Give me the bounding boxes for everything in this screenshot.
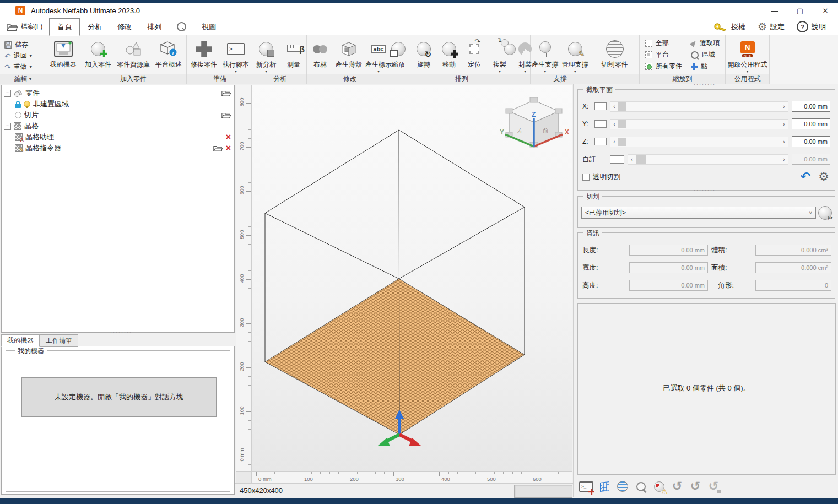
create-label-dropdown[interactable]: ▾ [377, 69, 380, 73]
tree-item-lattice-assistant[interactable]: A 晶格助理 × [2, 132, 234, 143]
panel-splitter-handle[interactable]: ········ [694, 82, 716, 87]
run-script-dropdown[interactable]: ▾ [235, 69, 237, 73]
tab-analysis[interactable]: 分析 [80, 18, 110, 35]
clip-x-value[interactable]: 0.00 mm [792, 101, 830, 112]
new-analysis-button[interactable]: 新分析 ▾ [253, 37, 279, 74]
clip-x-checkbox[interactable] [594, 102, 607, 110]
rotate-button[interactable]: ↻ 旋轉 [412, 37, 436, 70]
boolean-button[interactable]: 布林 [307, 37, 333, 70]
undo-dropdown-arrow[interactable]: ▾ [30, 54, 32, 58]
measure-button[interactable]: β 測量 [280, 37, 307, 70]
zoom-platform-button[interactable]: 平台 [645, 50, 682, 59]
slider-thumb[interactable] [618, 138, 626, 146]
cut-tool-button[interactable]: ✂ [818, 206, 832, 221]
slider-right-arrow[interactable]: › [780, 120, 788, 129]
manage-supports-dropdown[interactable]: ▾ [574, 69, 576, 73]
duplicate-dropdown[interactable]: ▾ [499, 69, 501, 73]
repair-part-button[interactable]: 修復零件 [188, 37, 219, 70]
clipping-settings-gear-icon[interactable]: ⚙ [818, 171, 829, 183]
slider-thumb[interactable] [618, 102, 626, 111]
inspect-button[interactable] [634, 479, 648, 494]
clip-y-checkbox[interactable] [594, 120, 607, 128]
slider-left-arrow[interactable]: ‹ [610, 102, 618, 111]
clip-custom-checkbox[interactable] [610, 155, 624, 164]
clip-z-checkbox[interactable] [594, 138, 607, 145]
clip-custom-slider[interactable]: ‹ › [628, 154, 788, 165]
slider-thumb[interactable] [636, 155, 646, 164]
slider-left-arrow[interactable]: ‹ [610, 137, 618, 147]
lattice-view-button[interactable] [597, 479, 612, 494]
clip-z-slider[interactable]: ‹ › [610, 137, 788, 147]
tree-item-slices[interactable]: 切片 [2, 110, 234, 121]
redo-button[interactable]: ↷ 重做 ▾ [1, 62, 35, 73]
clip-y-slider[interactable]: ‹ › [610, 119, 788, 129]
duplicate-button[interactable]: ↴ 複製 ▾ [488, 37, 512, 74]
delete-icon[interactable]: × [226, 144, 231, 152]
slider-thumb[interactable] [618, 120, 626, 128]
panel-splitter-handle[interactable]: ········ [694, 187, 716, 193]
my-machines-button[interactable]: 我的機器 [48, 37, 79, 70]
slider-right-arrow[interactable]: › [780, 137, 788, 147]
slice-view-button[interactable] [615, 479, 630, 494]
tab-view[interactable]: 視圖 [194, 18, 224, 35]
create-shell-button[interactable]: 產生薄殼 [334, 37, 363, 70]
search-button[interactable] [169, 18, 194, 35]
tree-item-parts[interactable]: − 零件 [2, 88, 234, 99]
zoom-selection-button[interactable]: 選取項 [691, 39, 720, 48]
transparent-cut-checkbox[interactable] [582, 174, 590, 181]
zoom-all-parts-button[interactable]: 所有零件 [645, 62, 682, 71]
add-part-button[interactable]: 加入零件 [83, 37, 113, 70]
maximize-button[interactable]: ▢ [787, 3, 813, 18]
tab-my-machines[interactable]: 我的機器 [1, 334, 40, 347]
slider-right-arrow[interactable]: › [780, 102, 788, 111]
part-library-button[interactable]: 零件資源庫 [115, 37, 152, 70]
check-errors-button[interactable]: ⚠ [652, 479, 666, 494]
script-console-button[interactable]: >_ [579, 479, 593, 494]
tree-item-lattice[interactable]: − 晶格 [2, 121, 234, 132]
new-analysis-dropdown[interactable]: ▾ [265, 69, 267, 73]
cut-dropdown[interactable]: <已停用切割> ˅ [581, 207, 816, 219]
open-my-machines-button[interactable]: 未設定機器。開啟「我的機器」對話方塊 [21, 377, 217, 417]
history-save-button[interactable]: ↺ [706, 479, 721, 494]
build-platform-grid[interactable] [265, 279, 525, 435]
clip-x-slider[interactable]: ‹ › [610, 101, 788, 112]
redo-dropdown-arrow[interactable]: ▾ [30, 65, 32, 69]
tree-item-no-build-zone[interactable]: 非建置區域 [2, 99, 234, 110]
open-folder-icon[interactable] [213, 145, 223, 151]
undo-button[interactable]: ↶ 退回 ▾ [1, 51, 35, 62]
history-forward-button[interactable]: ↺ [688, 479, 702, 494]
generate-supports-button[interactable]: 產生支撐 ▾ [531, 37, 560, 74]
clip-z-value[interactable]: 0.00 mm [792, 136, 830, 147]
open-folder-icon[interactable] [221, 90, 231, 96]
view-cube[interactable]: Y X Z 左 前 [500, 97, 569, 147]
zoom-all-button[interactable]: 全部 [645, 39, 682, 48]
file-menu[interactable]: 檔案(F) [0, 18, 49, 35]
clip-y-value[interactable]: 0.00 mm [792, 118, 830, 129]
zoom-region-button[interactable]: 區域 [691, 50, 720, 59]
tab-home[interactable]: 首頁 [49, 18, 80, 36]
zoom-point-button[interactable]: 點 [691, 62, 720, 71]
run-script-button[interactable]: >_ 執行腳本 ▾ [220, 37, 251, 74]
delete-icon[interactable]: × [226, 133, 231, 141]
pack-dropdown[interactable]: ▾ [524, 69, 526, 73]
generate-supports-dropdown[interactable]: ▾ [544, 69, 546, 73]
tab-worklist[interactable]: 工作清單 [40, 334, 78, 347]
open-folder-icon[interactable] [221, 112, 231, 118]
platform-overview-button[interactable]: i 平台概述 [153, 37, 184, 70]
save-button[interactable]: 儲存 [1, 40, 31, 51]
open-utilities-dropdown[interactable]: ▾ [746, 69, 748, 73]
panel-splitter-handle[interactable]: ········ [110, 329, 132, 335]
collapse-icon[interactable]: − [4, 123, 11, 130]
slider-left-arrow[interactable]: ‹ [628, 155, 636, 164]
close-button[interactable]: ✕ [813, 3, 838, 18]
history-back-button[interactable]: ↺ [670, 479, 684, 494]
open-utilities-button[interactable]: N NFB 開啟公用程式 ▾ [726, 37, 769, 74]
move-button[interactable]: 移動 [437, 37, 461, 70]
collapse-icon[interactable]: − [4, 90, 11, 97]
group-edit[interactable]: 編輯▾ [0, 74, 46, 84]
position-button[interactable]: ↷ 定位 [462, 37, 486, 70]
minimize-button[interactable]: — [762, 3, 787, 18]
viewport-3d[interactable]: Y X Z 左 前 [252, 85, 572, 471]
slider-left-arrow[interactable]: ‹ [610, 120, 618, 129]
tree-item-lattice-commander[interactable]: ✎ 晶格指令器 × [2, 143, 234, 154]
